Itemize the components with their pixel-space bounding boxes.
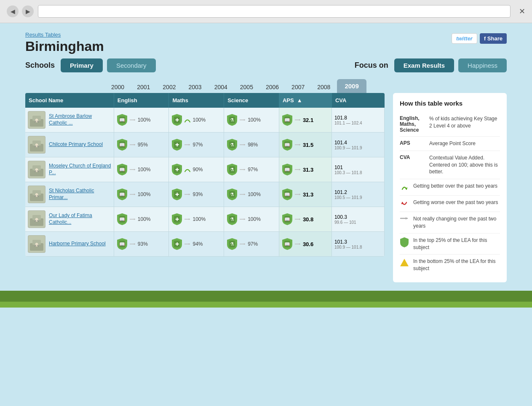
year-tab-2008[interactable]: 2008 [311,81,336,93]
back-button[interactable]: ◀ [7,5,19,17]
english-cell: 📖 100% [114,108,169,133]
table-row: Chilcote Primary School 📖 95% ✚ 97% [25,133,385,157]
svg-text:📖: 📖 [284,191,290,197]
svg-text:⚗: ⚗ [230,241,234,247]
svg-marker-10 [134,119,135,121]
year-tab-2005[interactable]: 2005 [234,81,259,93]
english-cell: 📖 95% [114,133,169,157]
school-link[interactable]: St Ambrose Barlow Catholic ... [49,113,111,126]
info-desc-arrow-up: Getting better over the past two years [413,183,497,190]
school-cell: St Nicholas Catholic Primar... [25,182,114,207]
english-cell: 📖 100% [114,182,169,207]
maths-cell: ✚ 100% [169,207,224,232]
svg-marker-54 [134,169,135,170]
maths-cell: ✚ 100% [169,108,224,133]
school-link[interactable]: Harborne Primary School [49,241,106,247]
svg-text:✚: ✚ [175,117,179,122]
arrow-flat-icon [400,215,409,221]
science-cell: ⚗ 100% [224,182,279,207]
maths-cell: ✚ 93% [169,182,224,207]
school-avatar [28,136,45,154]
schools-label: Schools [25,61,55,70]
arrow-up-icon [400,183,409,192]
cva-cell: 100.3 99.6 — 101 [331,207,384,232]
svg-text:✚: ✚ [175,241,179,247]
svg-text:📖: 📖 [119,191,125,197]
primary-tab[interactable]: Primary [61,58,103,72]
svg-marker-98 [134,218,135,220]
english-cell: 📖 93% [114,232,169,257]
aps-cell: 📖 30.6 [279,232,331,257]
svg-text:📖: 📖 [284,117,290,123]
info-desc-shield-yellow: In the bottom 25% of the LEA for this su… [413,258,500,272]
svg-text:📖: 📖 [284,216,290,222]
svg-marker-87 [299,194,300,195]
svg-text:📖: 📖 [119,241,125,247]
year-tab-2006[interactable]: 2006 [260,81,285,93]
svg-marker-16 [244,119,245,121]
school-link[interactable]: Chilcote Primary School [49,141,103,148]
school-link[interactable]: Moseley Church of England P... [49,163,111,176]
svg-text:⚗: ⚗ [230,217,234,222]
info-desc-arrow-down: Getting worse over the past two years [413,199,498,206]
main-content: Results Tables Birmingham twitter f Shar… [0,23,532,282]
svg-text:📖: 📖 [119,117,125,123]
svg-text:📖: 📖 [119,167,125,172]
page-title: Birmingham [25,39,104,54]
url-bar[interactable] [38,5,511,18]
school-cell: Our Lady of Fatima Catholic... [25,207,114,232]
secondary-tab[interactable]: Secondary [107,58,156,72]
svg-text:📖: 📖 [119,142,125,148]
svg-marker-129 [244,243,245,245]
happiness-tab[interactable]: Happiness [458,58,507,72]
forward-button[interactable]: ▶ [22,5,34,17]
year-tab-2009[interactable]: 2009 [337,79,366,93]
info-row-arrow-down: Getting worse over the past two years [400,196,500,212]
year-tabs: 2000 2001 2002 2003 2004 2005 2006 2007 … [25,79,507,93]
svg-marker-60 [244,169,245,170]
school-avatar [28,235,45,253]
breadcrumb[interactable]: Results Tables [25,32,104,38]
year-tab-2004[interactable]: 2004 [209,81,233,93]
year-tab-2002[interactable]: 2002 [157,81,182,93]
year-tab-2007[interactable]: 2007 [286,81,310,93]
col-school: School Name [25,93,114,108]
info-desc-arrow-flat: Not really changing over the past two ye… [413,215,500,230]
cva-cell: 101.2 100.5 — 101.9 [331,182,384,207]
year-tab-2001[interactable]: 2001 [131,81,156,93]
info-row-cva: CVA Contextual Value Added. Centered on … [400,151,500,179]
svg-marker-39 [244,144,245,146]
svg-text:⚗: ⚗ [230,142,234,147]
svg-text:✚: ✚ [175,167,179,172]
school-cell: Harborne Primary School [25,232,114,257]
info-row-ems: English,Maths,Science % of kids achievin… [400,112,500,137]
maths-cell: ✚ 90% [169,157,224,182]
science-cell: ⚗ 97% [224,232,279,257]
exam-results-tab[interactable]: Exam Results [394,58,454,72]
info-panel: How this table works English,Maths,Scien… [393,93,507,282]
aps-cell: 📖 31.3 [279,182,331,207]
school-avatar [28,161,45,178]
school-link[interactable]: St Nicholas Catholic Primar... [49,188,111,201]
school-link[interactable]: Our Lady of Fatima Catholic... [49,212,111,226]
schools-group: Schools Primary Secondary [25,58,156,72]
info-key-aps: APS [400,140,425,146]
year-tab-2003[interactable]: 2003 [182,81,207,93]
info-key-cva: CVA [400,154,425,160]
col-science: Science [224,93,279,108]
year-tab-2000[interactable]: 2000 [105,81,130,93]
table-wrapper: School Name English Maths Science APS ▲ … [25,93,385,257]
close-button[interactable]: ✕ [519,7,525,16]
svg-marker-20 [299,119,300,121]
browser-chrome: ◀ ▶ ✕ [0,0,532,23]
info-row-aps: APS Average Point Score [400,137,500,151]
nav-buttons: ◀ ▶ [7,5,34,17]
focus-group: Focus on Exam Results Happiness [355,58,507,72]
info-desc-aps: Average Point Score [429,140,476,147]
facebook-button[interactable]: f Share [480,33,507,44]
shield-green-icon [400,237,409,248]
svg-text:✚: ✚ [175,142,179,147]
aps-cell: 📖 30.8 [279,207,331,232]
svg-text:✚: ✚ [175,192,179,197]
twitter-button[interactable]: twitter [452,33,477,44]
